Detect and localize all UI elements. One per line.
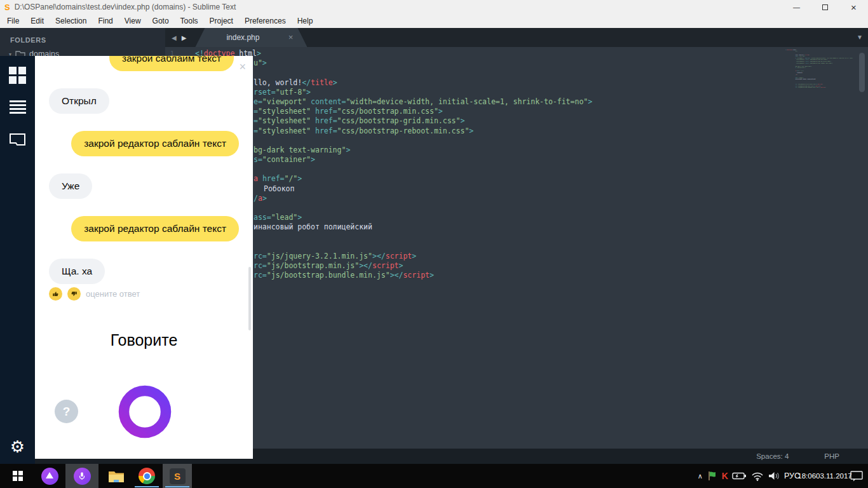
help-icon: ? (63, 405, 71, 419)
folders-header: FOLDERS (10, 36, 165, 44)
code-line-21: 21 (165, 242, 868, 252)
code-line-7: 7="stylesheet" href="css/bootstrap.min.c… (165, 107, 868, 116)
code-line-6: 6e="viewport" content="width=device-widt… (165, 97, 868, 107)
menu-selection[interactable]: Selection (50, 17, 92, 25)
maximize-icon (822, 4, 828, 10)
thumbs-up-button[interactable] (49, 287, 62, 301)
tab-close-icon[interactable]: × (288, 32, 294, 42)
action-center-icon[interactable] (850, 470, 864, 482)
close-button[interactable]: × (839, 0, 868, 14)
folder-outline-icon (9, 132, 26, 147)
chat-message-assistant: Ща. ха (49, 259, 105, 284)
clock[interactable]: 18:06 03.11.2017 (804, 472, 846, 480)
sublime-logo-icon: S (4, 3, 10, 11)
tab-index-php[interactable]: index.php × (195, 28, 307, 47)
menu-project[interactable]: Project (204, 17, 239, 25)
time: 18:06 (797, 472, 816, 480)
rating-label: оцените ответ (86, 289, 140, 299)
files-button[interactable] (0, 132, 35, 147)
code-editor[interactable]: 1<!doctype html>2u">34llo, world!</title… (165, 49, 868, 281)
code-line-24: 24rc="js/bootstrap.bundle.min.js"></scri… (165, 271, 868, 280)
list-icon (10, 100, 26, 116)
code-line-3: 3 (165, 68, 868, 78)
alice-icon (41, 468, 58, 485)
listening-label: Говорите (35, 331, 253, 349)
menu-edit[interactable]: Edit (25, 17, 50, 25)
code-line-23: 23rc="js/bootstrap.min.js"></script> (165, 261, 868, 271)
code-line-9: 9="stylesheet" href="css/bootstrap-reboo… (165, 126, 868, 136)
screen: S D:\OSPanel\domains\test.dev\index.php … (0, 0, 868, 488)
code-line-22: 22rc="js/jquery-3.2.1.min.js"></script> (165, 252, 868, 261)
system-tray: ∧ K РУС 18:06 03.11.2017 (696, 464, 865, 488)
maximize-button[interactable] (811, 0, 839, 14)
chrome-running-indicator (135, 486, 159, 488)
code-line-17: 17 (165, 203, 868, 213)
code-line-19: 19инансовый робот полицейский (165, 222, 868, 232)
minimize-button[interactable]: — (782, 0, 811, 14)
code-line-8: 8="stylesheet" href="css/bootstrap-grid.… (165, 116, 868, 126)
chat-history: закрой саблайм текстОткрылзакрой редакто… (49, 56, 239, 284)
thumbs-down-button[interactable] (67, 287, 81, 301)
sublime-icon: S (170, 468, 186, 484)
microphone-ring-button[interactable] (118, 384, 172, 439)
taskbar-alice-button[interactable] (37, 464, 62, 488)
battery-icon[interactable] (732, 471, 747, 480)
taskbar-chrome-button[interactable] (132, 464, 161, 488)
kaspersky-icon[interactable]: K (722, 471, 728, 481)
tab-forward-icon[interactable]: ▶ (179, 34, 189, 41)
volume-icon[interactable] (768, 471, 780, 481)
code-line-11: 11bg-dark text-warning"> (165, 146, 868, 155)
alice-sidebar: ⚙ (0, 56, 35, 464)
ospanel-flag-icon[interactable] (707, 470, 718, 482)
menu-goto[interactable]: Goto (147, 17, 175, 25)
code-line-14: 14a href="/"> (165, 174, 868, 184)
microphone-icon (74, 468, 91, 485)
tab-label: index.php (226, 33, 259, 42)
code-line-16: 16/a> (165, 194, 868, 203)
title-bar: S D:\OSPanel\domains\test.dev\index.php … (0, 0, 868, 14)
wifi-icon[interactable] (751, 471, 764, 481)
code-line-10: 10 (165, 136, 868, 146)
code-line-12: 12s="container"> (165, 155, 868, 165)
tiles-button[interactable] (0, 67, 35, 84)
window-title: D:\OSPanel\domains\test.dev\index.php (d… (15, 3, 236, 11)
menu-help[interactable]: Help (292, 17, 319, 25)
taskbar: S ∧ K РУС 18:06 03.11.2017 (0, 464, 868, 488)
taskbar-microphone-button[interactable] (65, 464, 98, 488)
date: 03.11.2017 (816, 472, 852, 480)
taskbar-explorer-button[interactable] (102, 464, 131, 488)
menu-file[interactable]: File (1, 17, 25, 25)
chat-message-user: закрой редактор саблайн текст (71, 131, 239, 156)
chat-message-assistant: Открыл (49, 88, 109, 114)
menu-preferences[interactable]: Preferences (239, 17, 292, 25)
thumbs-down-icon (70, 290, 78, 298)
menu-view[interactable]: View (119, 17, 147, 25)
tab-back-icon[interactable]: ◀ (169, 34, 179, 41)
code-line-13: 13 (165, 165, 868, 174)
chat-scrollbar[interactable] (248, 267, 251, 330)
minimap-line-24: 24rc="js/bootstrap.bundle.min.js"></scri… (780, 86, 856, 88)
code-line-18: 18ass="lead"> (165, 213, 868, 222)
help-button[interactable]: ? (55, 400, 78, 423)
menu-tools[interactable]: Tools (175, 17, 204, 25)
list-button[interactable] (0, 100, 35, 116)
settings-button[interactable]: ⚙ (0, 438, 35, 455)
start-button[interactable] (5, 464, 31, 488)
menu-bar: FileEditSelectionFindViewGotoToolsProjec… (0, 14, 868, 28)
editor-scrollbar[interactable] (859, 53, 865, 92)
tray-chevron-icon[interactable]: ∧ (698, 472, 703, 480)
taskbar-sublime-button[interactable]: S (163, 464, 192, 488)
code-line-5: 5rset="utf-8"> (165, 88, 868, 97)
chrome-icon (139, 468, 155, 484)
status-indent[interactable]: Spaces: 4 (756, 452, 789, 460)
minimap[interactable]: 1<!doctype html>2u">34llo, world!</title… (780, 49, 856, 88)
thumbs-up-icon (51, 290, 60, 298)
chat-message-user: закрой саблайм текст (109, 56, 234, 71)
status-syntax[interactable]: PHP (824, 452, 839, 460)
tiles-icon (9, 67, 26, 84)
windows-logo-icon (13, 471, 23, 481)
close-icon[interactable]: × (239, 61, 246, 72)
menu-find[interactable]: Find (92, 17, 118, 25)
rating-row: оцените ответ (49, 287, 239, 301)
tab-overflow-icon[interactable]: ▼ (857, 34, 863, 41)
